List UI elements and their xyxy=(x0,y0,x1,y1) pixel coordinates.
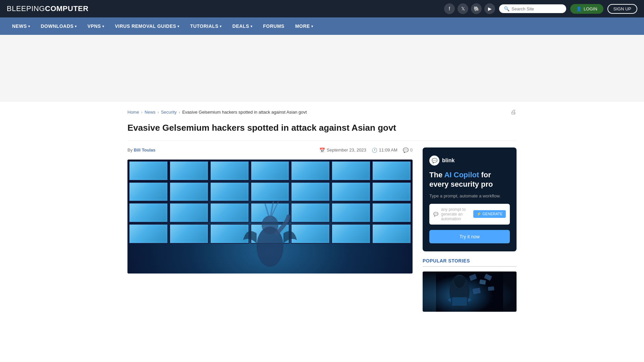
search-icon: 🔍 xyxy=(504,6,509,11)
figure-silhouette xyxy=(240,200,300,274)
tv-screen xyxy=(291,182,330,202)
twitter-icon[interactable]: 𝕏 xyxy=(458,3,468,14)
blink-brand: 💬 blink xyxy=(429,156,510,166)
article-title: Evasive Gelsemium hackers spotted in att… xyxy=(127,122,517,141)
tv-screen xyxy=(129,161,168,181)
comment-icon: 💬 xyxy=(403,147,409,153)
popular-stories: POPULAR STORIES xyxy=(423,258,517,312)
mastodon-icon[interactable]: 🐘 xyxy=(471,3,482,14)
breadcrumb-security[interactable]: Security xyxy=(161,110,177,115)
sidebar: 💬 blink The AI Copilot for every securit… xyxy=(423,147,517,312)
tv-screen xyxy=(251,182,290,202)
hacker-illustration xyxy=(436,272,503,312)
popular-stories-title: POPULAR STORIES xyxy=(423,258,517,267)
svg-rect-12 xyxy=(452,297,467,306)
article-time: 🕐 11:09 AM xyxy=(372,147,397,153)
ad-unit-blink: 💬 blink The AI Copilot for every securit… xyxy=(423,147,517,251)
tv-screen xyxy=(169,203,209,223)
tv-screen xyxy=(129,224,168,244)
site-logo[interactable]: BLEEPINGCOMPUTER xyxy=(7,4,89,13)
article-comments[interactable]: 💬 0 xyxy=(403,147,413,153)
nav-item-news[interactable]: NEWS ▾ xyxy=(7,17,36,35)
chevron-down-icon: ▾ xyxy=(311,24,313,28)
article-meta: By Bill Toulas 📅 September 23, 2023 🕐 11… xyxy=(127,147,413,153)
tv-screen xyxy=(129,182,168,202)
article-main: By Bill Toulas 📅 September 23, 2023 🕐 11… xyxy=(127,147,413,312)
ad-input-mock: 💬 any prompt to generate an automation ⚡… xyxy=(429,204,510,225)
tv-screen xyxy=(372,203,411,223)
breadcrumb-home[interactable]: Home xyxy=(127,110,139,115)
figure-scene xyxy=(127,160,413,274)
ad-try-it-button[interactable]: Try it now xyxy=(429,230,510,243)
article-author: By Bill Toulas xyxy=(127,147,156,153)
article-meta-right: 📅 September 23, 2023 🕐 11:09 AM 💬 0 xyxy=(319,147,413,153)
nav-item-downloads[interactable]: DOWNLOADS ▾ xyxy=(36,17,82,35)
ad-generate-button[interactable]: ⚡ GENERATE xyxy=(473,210,506,218)
chevron-down-icon: ▾ xyxy=(251,24,253,28)
ad-headline: The AI Copilot for every security pro xyxy=(429,170,510,189)
tv-screen xyxy=(331,161,371,181)
nav-item-tutorials[interactable]: TUTORIALS ▾ xyxy=(185,17,227,35)
site-header: BLEEPINGCOMPUTER f 𝕏 🐘 ▶ 🔍 👤 LOGIN SIGN … xyxy=(0,0,644,17)
breadcrumb-sep-2: › xyxy=(158,110,159,115)
search-box[interactable]: 🔍 xyxy=(499,4,566,13)
tv-screen xyxy=(291,161,330,181)
breadcrumb-current: Evasive Gelsemium hackers spotted in att… xyxy=(182,110,307,115)
youtube-icon[interactable]: ▶ xyxy=(484,3,495,14)
login-button[interactable]: 👤 LOGIN xyxy=(570,4,603,14)
blink-small-icon: 💬 xyxy=(433,212,438,217)
calendar-icon: 📅 xyxy=(319,147,325,153)
content-layout: By Bill Toulas 📅 September 23, 2023 🕐 11… xyxy=(127,147,517,312)
search-input[interactable] xyxy=(512,6,561,11)
svg-rect-9 xyxy=(488,286,494,291)
nav-item-more[interactable]: MORE ▾ xyxy=(290,17,319,35)
social-icons: f 𝕏 🐘 ▶ xyxy=(444,3,495,14)
breadcrumb-nav: Home › News › Security › Evasive Gelsemi… xyxy=(127,110,307,115)
tv-screen xyxy=(331,203,371,223)
breadcrumb-sep-3: › xyxy=(179,110,180,115)
breadcrumb-news[interactable]: News xyxy=(145,110,156,115)
clock-icon: 🕐 xyxy=(372,147,377,153)
chevron-down-icon: ▾ xyxy=(220,24,222,28)
tv-screen xyxy=(169,161,209,181)
main-nav: NEWS ▾ DOWNLOADS ▾ VPNS ▾ VIRUS REMOVAL … xyxy=(0,17,644,35)
chevron-down-icon: ▾ xyxy=(102,24,104,28)
nav-item-deals[interactable]: DEALS ▾ xyxy=(227,17,258,35)
tv-screen xyxy=(129,203,168,223)
nav-item-vpns[interactable]: VPNS ▾ xyxy=(82,17,110,35)
breadcrumb: Home › News › Security › Evasive Gelsemi… xyxy=(127,109,517,116)
print-icon[interactable]: 🖨 xyxy=(511,109,517,116)
article-image xyxy=(127,160,413,274)
signup-button[interactable]: SIGN UP xyxy=(607,4,637,14)
ad-input-placeholder: any prompt to generate an automation xyxy=(441,207,473,221)
article-image-inner xyxy=(127,160,413,274)
nav-item-forums[interactable]: FORUMS xyxy=(258,17,290,35)
facebook-icon[interactable]: f xyxy=(444,3,455,14)
tv-screen xyxy=(210,161,249,181)
author-link[interactable]: Bill Toulas xyxy=(134,147,156,153)
ad-subtext: Type a prompt, automate a workflow. xyxy=(429,193,510,198)
blink-icon: 💬 xyxy=(429,156,439,166)
ad-banner-top xyxy=(0,35,644,102)
chevron-down-icon: ▾ xyxy=(75,24,77,28)
chevron-down-icon: ▾ xyxy=(28,24,30,28)
tv-screen xyxy=(169,224,209,244)
breadcrumb-sep-1: › xyxy=(141,110,143,115)
tv-screen xyxy=(372,182,411,202)
tv-screen xyxy=(331,224,371,244)
ad-input-left: 💬 any prompt to generate an automation xyxy=(433,207,473,221)
article-date: 📅 September 23, 2023 xyxy=(319,147,366,153)
main-container: Home › News › Security › Evasive Gelsemi… xyxy=(121,102,523,312)
tv-screen xyxy=(169,182,209,202)
user-icon: 👤 xyxy=(576,6,582,11)
tv-screen xyxy=(331,182,371,202)
tv-screen xyxy=(210,182,249,202)
tv-screen xyxy=(372,224,411,244)
nav-item-virus-removal[interactable]: VIRUS REMOVAL GUIDES ▾ xyxy=(109,17,184,35)
tv-screen xyxy=(251,161,290,181)
tv-screen xyxy=(372,161,411,181)
popular-story-image[interactable] xyxy=(423,272,517,312)
header-right: f 𝕏 🐘 ▶ 🔍 👤 LOGIN SIGN UP xyxy=(444,3,637,14)
chevron-down-icon: ▾ xyxy=(177,24,179,28)
